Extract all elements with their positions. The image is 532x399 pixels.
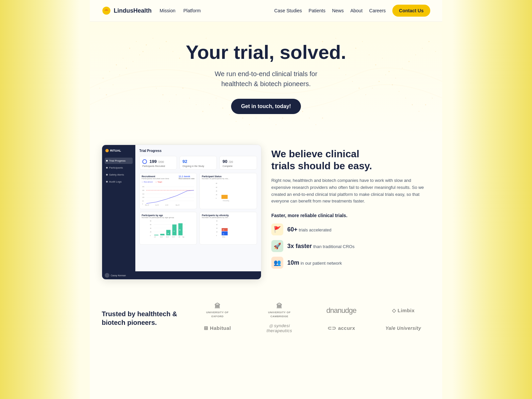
nav-careers[interactable]: Careers [369,8,386,13]
svg-text:20: 20 [216,231,217,233]
ethnicity-chart-svg: 60 40 30 20 0 21 25 [202,218,255,241]
svg-text:25: 25 [223,233,224,235]
charts-row-2: Participants by age Number of participan… [139,212,257,245]
svg-point-71 [222,108,223,109]
svg-text:<30: <30 [154,236,156,238]
ethnicity-chart: Participants by ethnicity Number of part… [200,212,257,245]
svg-text:Jun 22: Jun 22 [155,204,159,205]
nav-case-studies[interactable]: Case Studies [274,8,302,13]
svg-rect-124 [172,224,177,235]
status-bar-svg: 80 60 40 20 0 Onboarding [202,181,255,204]
main-content: LindusHealth Mission Platform Case Studi… [90,0,442,399]
page-wrapper: LindusHealth Mission Platform Case Studi… [0,0,532,399]
middle-section: RITUAL Trial Progress Participants [90,135,442,290]
svg-point-60 [432,98,433,98]
logo-limbix: ◇ Limbix [376,308,430,314]
svg-point-36 [375,65,376,66]
svg-point-6 [109,71,110,72]
contact-button[interactable]: Contact Us [392,5,430,17]
stat-recruited: 199 /200 Participants Recruited [139,156,177,170]
dash-sidebar: RITUAL Trial Progress Participants [102,145,135,271]
svg-text:0: 0 [142,203,143,205]
svg-point-8 [99,88,100,88]
network-suffix: in our patient network [301,261,342,266]
trials-text: 60+ trials accelerated [287,226,332,233]
stat-ongoing: 92 Ongoing in the Study [180,156,217,170]
hero-cta-button[interactable]: Get in touch, today! [231,99,301,114]
nav-patients[interactable]: Patients [309,8,326,13]
svg-text:200: 200 [142,190,144,191]
svg-text:40: 40 [216,224,217,225]
nav-platform[interactable]: Platform [183,8,200,13]
dash-nav-trial-progress[interactable]: Trial Progress [105,158,133,164]
svg-point-79 [276,124,276,125]
dash-nav-audit[interactable]: Audit Logs [105,179,133,185]
dash-nav-safety[interactable]: Safety Alerts [105,172,133,178]
logo-yale: Yale University [376,326,430,331]
svg-text:150: 150 [142,194,144,195]
participant-status-chart: Participant Status Number of participant… [200,173,257,209]
svg-point-44 [429,41,430,42]
svg-text:60: 60 [216,187,217,188]
svg-point-83 [302,111,303,112]
svg-point-69 [209,104,210,105]
logo-area[interactable]: LindusHealth [102,6,152,15]
age-chart: Participants by age Number of participan… [139,212,197,245]
svg-text:Onboarding: Onboarding [223,200,229,201]
svg-text:77: 77 [174,231,175,232]
dash-title: Trial Progress [139,149,257,153]
network-icon: 👥 [271,257,283,269]
svg-point-62 [163,94,164,95]
svg-text:0: 0 [216,235,217,236]
svg-text:20: 20 [150,231,151,233]
svg-point-73 [236,121,236,122]
dash-nav-participants[interactable]: Participants [105,165,133,171]
recruitment-chart: Recruitment Participants recruited over … [139,173,197,209]
svg-text:White: White [222,236,225,238]
logos-grid: 🏛 UNIVERSITY OFOXFORD 🏛 UNIVERSITY OFCAM… [191,303,430,333]
svg-point-10 [113,84,113,85]
stat-feature-network: 👥 10m in our patient network [271,257,430,269]
svg-point-30 [335,38,336,39]
nav-right: Case Studies Patients News About Careers… [274,5,430,17]
svg-point-7 [103,78,104,79]
svg-text:60: 60 [150,224,151,225]
svg-point-5 [116,65,117,66]
svg-point-80 [282,118,283,119]
svg-text:80: 80 [216,183,217,184]
right-content: We believe clinicaltrials should be easy… [271,145,430,273]
nav-about[interactable]: About [350,8,363,13]
svg-point-59 [425,104,426,105]
age-chart-svg: 80 60 40 20 0 [142,218,195,241]
svg-point-63 [169,101,170,102]
logo-accurx: ⊂⊃ accurx [314,325,368,331]
belief-body: Right now, healthtech and biotech compan… [271,177,430,205]
svg-text:Aug 22: Aug 22 [176,204,179,205]
hero-subtext: We run end-to-end clinical trials forhea… [116,69,416,89]
svg-text:0: 0 [150,235,151,236]
svg-text:80: 80 [150,220,151,222]
svg-point-84 [309,118,310,118]
dash-inner: RITUAL Trial Progress Participants [102,145,261,271]
svg-text:40: 40 [216,191,217,192]
user-icon [105,273,109,278]
svg-point-55 [399,91,399,92]
svg-point-85 [316,124,316,125]
belief-heading: We believe clinicaltrials should be easy… [271,148,430,172]
navbar: LindusHealth Mission Platform Case Studi… [90,0,442,22]
nav-news[interactable]: News [332,8,344,13]
svg-text:250: 250 [142,186,144,188]
svg-text:Jul 22: Jul 22 [165,204,168,205]
nav-mission[interactable]: Mission [160,8,175,13]
svg-text:>60: >60 [178,236,180,238]
faster-suffix: than traditional CROs [313,244,354,249]
trusted-section: Trusted by healthtech &biotech pioneers.… [90,290,442,350]
hero-section: Your trial, solved. We run end-to-end cl… [90,22,442,135]
svg-point-67 [196,104,197,105]
hero-headline: Your trial, solved. [116,42,416,63]
svg-text:100: 100 [142,197,144,198]
svg-point-45 [435,51,436,52]
ritual-brand: RITUAL [105,149,133,152]
svg-text:31-40: 31-40 [160,236,163,238]
trusted-inner: Trusted by healthtech &biotech pioneers.… [102,303,430,333]
